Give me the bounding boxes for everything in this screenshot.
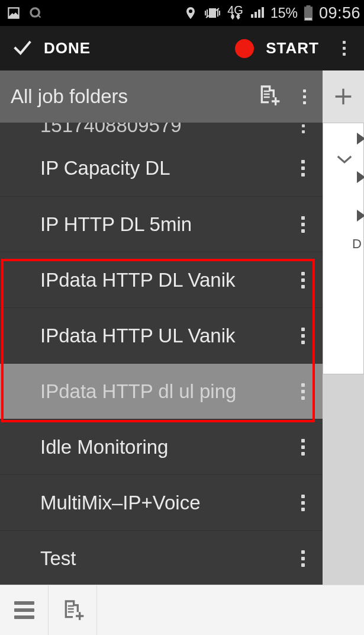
row-overflow-button[interactable]	[301, 160, 323, 177]
list-item[interactable]: Idle Monitoring	[0, 419, 323, 474]
job-label: IPdata HTTP UL Vanik	[40, 325, 236, 347]
panel-overflow-button[interactable]	[303, 89, 306, 104]
list-item[interactable]: IPdata HTTP UL Vanik	[0, 307, 323, 363]
job-label: IP HTTP DL 5min	[40, 213, 192, 236]
list-item[interactable]: IPdata HTTP dl ul ping	[0, 363, 323, 419]
status-bar: 4G 15% 09:56	[0, 0, 364, 26]
record-icon	[235, 39, 254, 58]
main-surface: 1517408809579 All job folders IP Capacit…	[0, 70, 364, 585]
add-button[interactable]	[323, 70, 364, 123]
hamburger-icon	[14, 601, 34, 619]
row-overflow-button[interactable]	[301, 272, 323, 288]
vibrate-icon	[204, 6, 221, 20]
list-item[interactable]: Test	[0, 530, 323, 585]
job-folder-panel: 1517408809579 All job folders IP Capacit…	[0, 70, 323, 585]
footer-bar	[0, 585, 364, 635]
more-vert-icon	[301, 383, 305, 400]
more-vert-icon	[301, 495, 305, 511]
more-vert-icon	[343, 41, 346, 56]
new-file-button[interactable]	[49, 585, 97, 636]
row-overflow-button[interactable]	[301, 328, 323, 344]
row-overflow-button[interactable]	[301, 495, 323, 511]
play-icon[interactable]	[357, 171, 364, 183]
right-side-strip: D	[323, 70, 364, 585]
check-icon	[11, 36, 34, 62]
more-vert-icon	[303, 89, 306, 104]
side-letter: D	[352, 236, 362, 252]
start-button[interactable]: START	[235, 39, 319, 58]
chevron-down-icon[interactable]	[336, 153, 353, 168]
more-vert-icon	[301, 328, 305, 344]
job-label: MultiMix–IP+Voice	[40, 492, 201, 514]
panel-header: All job folders	[0, 70, 323, 123]
more-vert-icon	[301, 272, 305, 288]
location-icon	[183, 6, 198, 20]
row-overflow-button[interactable]	[301, 550, 323, 567]
signal-icon	[249, 6, 265, 20]
battery-percent: 15%	[270, 5, 298, 21]
done-button[interactable]: DONE	[0, 36, 91, 62]
job-label: IP Capacity DL	[40, 157, 170, 179]
more-vert-icon	[301, 216, 305, 233]
row-overflow-button[interactable]	[301, 439, 323, 456]
start-label: START	[266, 39, 319, 57]
job-list[interactable]: IP Capacity DLIP HTTP DL 5minIPdata HTTP…	[0, 140, 323, 585]
menu-button[interactable]	[0, 585, 49, 636]
play-icon[interactable]	[357, 210, 364, 222]
row-overflow-button[interactable]	[301, 383, 323, 400]
more-vert-icon	[301, 439, 305, 456]
panel-title: All job folders	[11, 85, 128, 108]
row-overflow-button[interactable]	[301, 216, 323, 233]
q-icon	[27, 5, 43, 21]
list-item[interactable]: MultiMix–IP+Voice	[0, 474, 323, 530]
list-item[interactable]: IPdata HTTP DL Vanik	[0, 252, 323, 307]
new-folder-button[interactable]	[257, 84, 281, 110]
clock-label: 09:56	[319, 4, 360, 23]
list-item[interactable]: IP HTTP DL 5min	[0, 196, 323, 252]
more-vert-icon	[301, 160, 305, 177]
overflow-menu-button[interactable]	[331, 36, 357, 62]
job-label: Idle Monitoring	[40, 436, 168, 458]
job-label: Test	[40, 547, 76, 570]
job-label: IPdata HTTP DL Vanik	[40, 269, 236, 291]
battery-icon	[304, 5, 313, 21]
list-item[interactable]: IP Capacity DL	[0, 140, 323, 196]
action-bar: DONE START	[0, 26, 364, 70]
play-icon[interactable]	[357, 133, 364, 145]
network-type-label: 4G	[227, 7, 243, 20]
job-label: IPdata HTTP dl ul ping	[40, 380, 236, 403]
more-vert-icon	[301, 550, 305, 567]
picture-icon	[6, 5, 21, 21]
done-label: DONE	[44, 39, 91, 57]
